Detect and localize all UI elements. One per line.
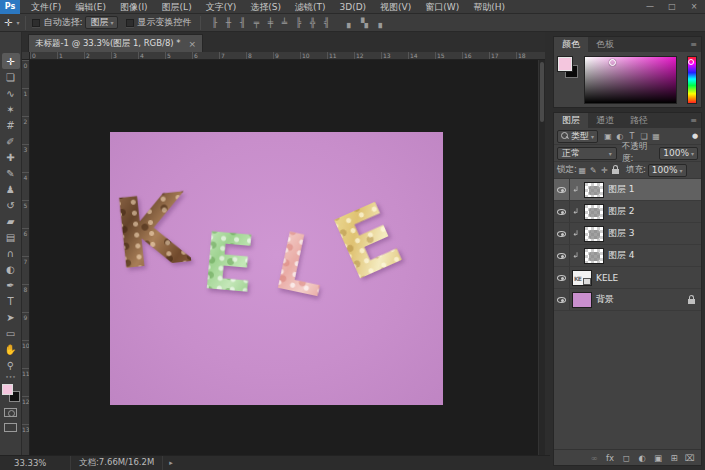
type-tool-icon[interactable]: T [2, 293, 20, 309]
filter-icon-4[interactable]: ▦ [650, 132, 662, 141]
delete-layer-icon[interactable]: ⌧ [683, 453, 697, 463]
tab-路径[interactable]: 路径 [622, 113, 656, 128]
layer-name[interactable]: KELE [596, 273, 618, 283]
opacity-dropdown[interactable]: 100% ▾ [659, 147, 698, 160]
menu-item-窗口(W)[interactable]: 窗口(W) [418, 0, 466, 14]
layer-thumbnail[interactable] [584, 248, 604, 264]
menu-item-图像(I)[interactable]: 图像(I) [113, 0, 155, 14]
menu-item-滤镜(T)[interactable]: 滤镜(T) [288, 0, 333, 14]
align-icon-2[interactable]: ╢ [235, 18, 249, 28]
foreground-color-swatch[interactable] [558, 57, 572, 71]
eye-icon[interactable] [557, 209, 566, 215]
close-icon[interactable]: × [189, 39, 197, 49]
tab-色板[interactable]: 色板 [588, 37, 622, 52]
align-icon-8[interactable]: ╣ [319, 18, 333, 28]
clone-stamp-tool-icon[interactable]: ♟ [2, 181, 20, 197]
layer-row-图层 3[interactable]: ↳图层 3 [554, 223, 701, 245]
canvas-area[interactable]: 0123456789101112131415161718 01234567891… [22, 52, 545, 455]
eye-icon[interactable] [557, 187, 566, 193]
menu-item-图层(L)[interactable]: 图层(L) [155, 0, 199, 14]
align-icon-7[interactable]: ╬ [305, 18, 319, 28]
color-swatches[interactable] [558, 57, 582, 81]
align-icon-5[interactable]: ╧ [277, 18, 291, 28]
menu-item-3D(D)[interactable]: 3D(D) [332, 0, 373, 14]
adjustment-layer-icon[interactable]: ◐ [635, 453, 649, 463]
link-layers-icon[interactable]: ∞ [587, 453, 601, 463]
align-icon-3[interactable]: ╤ [249, 18, 263, 28]
visibility-cell[interactable] [554, 201, 570, 222]
hand-tool-icon[interactable]: ✋ [2, 341, 20, 357]
visibility-cell[interactable] [554, 267, 570, 288]
gradient-tool-icon[interactable]: ▤ [2, 229, 20, 245]
foreground-color-swatch[interactable] [2, 384, 13, 395]
lock-icon-0[interactable]: ▦ [577, 166, 588, 175]
new-layer-icon[interactable]: ⊞ [667, 453, 681, 463]
path-select-tool-icon[interactable]: ➤ [2, 309, 20, 325]
eye-icon[interactable] [557, 231, 566, 237]
zoom-level-field[interactable]: 33.33% [14, 458, 60, 468]
eye-icon[interactable] [557, 253, 566, 259]
eyedropper-tool-icon[interactable]: ✐ [2, 133, 20, 149]
status-menu-arrow-icon[interactable]: ▸ [169, 459, 173, 467]
filter-icon-1[interactable]: ◐ [614, 132, 626, 141]
document-canvas[interactable]: KELE [110, 132, 443, 405]
maximize-button[interactable]: □ [661, 0, 683, 14]
shape-tool-icon[interactable]: ▭ [2, 325, 20, 341]
add-mask-icon[interactable]: ◻ [619, 453, 633, 463]
document-tab[interactable]: 未标题-1 @ 33.3%(图层 1, RGB/8) * × [28, 34, 203, 52]
layer-filter-dropdown[interactable]: 类型 ▾ [557, 130, 598, 143]
layer-thumbnail[interactable] [584, 182, 604, 198]
eye-icon[interactable] [557, 275, 566, 281]
layer-row-KELE[interactable]: KEKELE [554, 267, 701, 289]
zoom-tool-icon[interactable]: ⚲ [2, 357, 20, 373]
blur-tool-icon[interactable]: ∩ [2, 245, 20, 261]
lock-all-icon[interactable] [612, 169, 619, 174]
panel-menu-icon[interactable]: ≡ [690, 113, 701, 128]
layer-name[interactable]: 背景 [596, 293, 614, 306]
layer-name[interactable]: 图层 4 [608, 249, 635, 262]
lock-icon-1[interactable]: ✎ [588, 166, 599, 175]
align-icon-10[interactable]: ▚ [357, 18, 371, 28]
layer-thumbnail[interactable] [584, 226, 604, 242]
align-icon-0[interactable]: ╟ [207, 18, 221, 28]
marquee-tool-icon[interactable]: ❏ [2, 69, 20, 85]
layer-name[interactable]: 图层 3 [608, 227, 635, 240]
auto-select-dropdown[interactable]: 图层 ▾ [85, 16, 118, 29]
auto-select-checkbox[interactable] [32, 19, 40, 27]
menu-item-文件(F)[interactable]: 文件(F) [24, 0, 68, 14]
eraser-tool-icon[interactable]: ▰ [2, 213, 20, 229]
color-field-marker[interactable] [609, 59, 616, 66]
filter-toggle-icon[interactable]: ● [692, 132, 698, 140]
brush-tool-icon[interactable]: ✎ [2, 165, 20, 181]
quick-mask-icon[interactable] [4, 408, 17, 417]
menu-item-视图(V)[interactable]: 视图(V) [373, 0, 418, 14]
eye-icon[interactable] [557, 297, 566, 303]
saturation-brightness-field[interactable] [584, 56, 677, 104]
panel-menu-icon[interactable]: ≡ [690, 37, 701, 52]
align-icon-6[interactable]: ╠ [291, 18, 305, 28]
align-icon-4[interactable]: ╪ [263, 18, 277, 28]
visibility-cell[interactable] [554, 245, 570, 266]
tab-通道[interactable]: 通道 [588, 113, 622, 128]
toolbar-overflow-icon[interactable]: ••• [5, 373, 16, 381]
visibility-cell[interactable] [554, 179, 570, 200]
blend-mode-dropdown[interactable]: 正常 ▾ [557, 147, 617, 160]
smart-object-thumbnail[interactable]: KE [572, 270, 592, 286]
background-thumbnail[interactable] [572, 292, 592, 308]
hue-marker[interactable] [688, 59, 694, 65]
tab-图层[interactable]: 图层 [554, 113, 588, 128]
menu-item-编辑(E)[interactable]: 编辑(E) [68, 0, 113, 14]
align-icon-9[interactable]: ▖ [343, 18, 357, 28]
toolbar-color-swatches[interactable] [2, 384, 20, 402]
fill-dropdown[interactable]: 100% ▾ [648, 164, 687, 177]
menu-item-帮助(H)[interactable]: 帮助(H) [466, 0, 512, 14]
layer-style-fx-icon[interactable]: fx [603, 453, 617, 463]
lasso-tool-icon[interactable]: ∿ [2, 85, 20, 101]
menu-item-选择(S)[interactable]: 选择(S) [243, 0, 288, 14]
healing-brush-tool-icon[interactable]: ✚ [2, 149, 20, 165]
align-icon-1[interactable]: ╫ [221, 18, 235, 28]
pen-tool-icon[interactable]: ✒ [2, 277, 20, 293]
layer-name[interactable]: 图层 1 [608, 183, 635, 196]
current-tool-icon[interactable]: ✛ [4, 17, 12, 28]
layer-row-图层 2[interactable]: ↳图层 2 [554, 201, 701, 223]
